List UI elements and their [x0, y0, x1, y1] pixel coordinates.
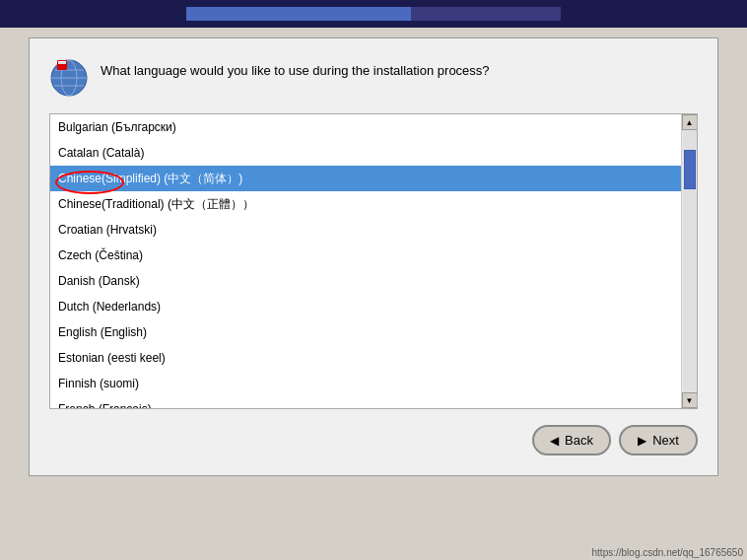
scrollbar: ▲ ▼ [681, 114, 697, 408]
scroll-up-button[interactable]: ▲ [682, 114, 698, 130]
language-item-estonian[interactable]: Estonian (eesti keel) [50, 345, 681, 371]
language-item-chinese-simplified[interactable]: Chinese(Simplified) (中文（简体）) [50, 166, 681, 191]
language-list[interactable]: Bulgarian (Български)Catalan (Català)Chi… [50, 114, 681, 408]
globe-icon [49, 58, 89, 98]
progress-bar-container [186, 7, 561, 21]
scroll-track [683, 130, 697, 392]
language-item-french[interactable]: French (Français) [50, 396, 681, 408]
language-dialog: What language would you like to use duri… [29, 37, 718, 476]
back-icon: ◀ [550, 434, 559, 448]
next-button[interactable]: ▶ Next [619, 425, 698, 455]
svg-rect-8 [62, 61, 66, 64]
svg-rect-6 [58, 61, 62, 64]
scroll-thumb[interactable] [684, 150, 696, 189]
language-item-czech[interactable]: Czech (Čeština) [50, 243, 681, 268]
language-item-english[interactable]: English (English) [50, 319, 681, 345]
language-item-catalan[interactable]: Catalan (Català) [50, 140, 681, 166]
language-item-bulgarian[interactable]: Bulgarian (Български) [50, 114, 681, 140]
language-item-chinese-traditional[interactable]: Chinese(Traditional) (中文（正體）） [50, 191, 681, 217]
next-icon: ▶ [638, 434, 646, 448]
language-list-container: Bulgarian (Български)Catalan (Català)Chi… [49, 113, 698, 409]
dialog-header: What language would you like to use duri… [49, 58, 698, 98]
language-item-dutch[interactable]: Dutch (Nederlands) [50, 294, 681, 319]
back-button[interactable]: ◀ Back [532, 425, 611, 455]
top-bar [0, 0, 747, 28]
language-item-croatian[interactable]: Croatian (Hrvatski) [50, 217, 681, 243]
dialog-title: What language would you like to use duri… [101, 58, 490, 80]
svg-rect-7 [58, 64, 62, 66]
back-label: Back [565, 433, 593, 448]
language-item-danish[interactable]: Danish (Dansk) [50, 268, 681, 294]
scroll-down-button[interactable]: ▼ [682, 392, 698, 408]
progress-bar-fill [186, 7, 411, 21]
button-row: ◀ Back ▶ Next [49, 425, 698, 455]
svg-rect-9 [62, 64, 66, 66]
language-item-finnish[interactable]: Finnish (suomi) [50, 371, 681, 396]
watermark: https://blog.csdn.net/qq_16765650 [592, 547, 743, 558]
next-label: Next [652, 433, 679, 448]
